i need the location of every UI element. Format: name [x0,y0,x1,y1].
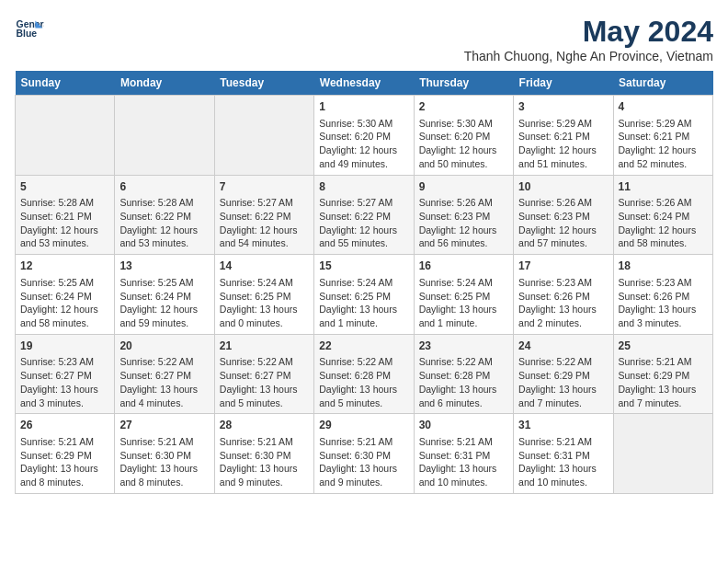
day-number: 15 [319,259,408,274]
day-info: Sunrise: 5:22 AM Sunset: 6:27 PM Dayligh… [119,355,209,409]
day-number: 5 [20,179,109,195]
day-number: 7 [220,179,309,195]
calendar-cell: 16Sunrise: 5:24 AM Sunset: 6:25 PM Dayli… [414,255,513,335]
day-number: 19 [20,339,109,354]
calendar-cell: 11Sunrise: 5:26 AM Sunset: 6:24 PM Dayli… [613,175,712,255]
calendar-cell: 25Sunrise: 5:21 AM Sunset: 6:29 PM Dayli… [613,334,712,414]
calendar-week-row: 19Sunrise: 5:23 AM Sunset: 6:27 PM Dayli… [16,334,713,414]
calendar-cell: 1Sunrise: 5:30 AM Sunset: 6:20 PM Daylig… [314,96,414,176]
weekday-header-friday: Friday [514,71,613,96]
calendar-cell: 31Sunrise: 5:21 AM Sunset: 6:31 PM Dayli… [514,414,613,494]
day-info: Sunrise: 5:22 AM Sunset: 6:28 PM Dayligh… [419,355,508,409]
day-number: 1 [319,99,408,115]
day-info: Sunrise: 5:24 AM Sunset: 6:25 PM Dayligh… [419,276,508,330]
calendar-cell: 28Sunrise: 5:21 AM Sunset: 6:30 PM Dayli… [214,414,313,494]
weekday-header-thursday: Thursday [414,71,513,96]
day-number: 30 [419,418,508,433]
day-info: Sunrise: 5:25 AM Sunset: 6:24 PM Dayligh… [20,276,109,330]
day-info: Sunrise: 5:26 AM Sunset: 6:24 PM Dayligh… [619,196,708,250]
calendar-cell: 8Sunrise: 5:27 AM Sunset: 6:22 PM Daylig… [314,175,414,255]
calendar-table: SundayMondayTuesdayWednesdayThursdayFrid… [15,71,713,494]
day-number: 20 [119,339,209,354]
calendar-cell: 20Sunrise: 5:22 AM Sunset: 6:27 PM Dayli… [115,334,214,414]
day-number: 22 [319,339,408,354]
calendar-cell [115,96,214,176]
day-number: 24 [518,339,608,354]
calendar-cell: 23Sunrise: 5:22 AM Sunset: 6:28 PM Dayli… [414,334,513,414]
day-number: 8 [319,179,408,195]
calendar-cell: 7Sunrise: 5:27 AM Sunset: 6:22 PM Daylig… [214,175,313,255]
day-number: 18 [619,259,708,274]
day-number: 28 [220,418,309,433]
day-number: 27 [119,418,209,433]
calendar-subtitle: Thanh Chuong, Nghe An Province, Vietnam [464,49,713,63]
day-info: Sunrise: 5:27 AM Sunset: 6:22 PM Dayligh… [319,196,408,250]
calendar-cell: 13Sunrise: 5:25 AM Sunset: 6:24 PM Dayli… [115,255,214,335]
day-number: 16 [419,259,508,274]
calendar-cell: 10Sunrise: 5:26 AM Sunset: 6:23 PM Dayli… [514,175,613,255]
calendar-cell: 21Sunrise: 5:22 AM Sunset: 6:27 PM Dayli… [214,334,313,414]
day-info: Sunrise: 5:24 AM Sunset: 6:25 PM Dayligh… [319,276,408,330]
title-section: May 2024 Thanh Chuong, Nghe An Province,… [464,15,713,63]
day-info: Sunrise: 5:22 AM Sunset: 6:29 PM Dayligh… [518,355,608,409]
calendar-cell: 3Sunrise: 5:29 AM Sunset: 6:21 PM Daylig… [514,96,613,176]
day-number: 29 [319,418,408,433]
day-number: 31 [518,418,608,433]
day-info: Sunrise: 5:27 AM Sunset: 6:22 PM Dayligh… [220,196,309,250]
calendar-week-row: 1Sunrise: 5:30 AM Sunset: 6:20 PM Daylig… [16,96,713,176]
day-number: 2 [419,99,508,115]
day-info: Sunrise: 5:23 AM Sunset: 6:27 PM Dayligh… [20,355,109,409]
calendar-cell: 30Sunrise: 5:21 AM Sunset: 6:31 PM Dayli… [414,414,513,494]
day-number: 10 [518,179,608,195]
calendar-cell: 17Sunrise: 5:23 AM Sunset: 6:26 PM Dayli… [514,255,613,335]
day-number: 4 [619,99,708,115]
calendar-cell: 6Sunrise: 5:28 AM Sunset: 6:22 PM Daylig… [115,175,214,255]
logo: General Blue [15,15,44,44]
weekday-header-row: SundayMondayTuesdayWednesdayThursdayFrid… [16,71,713,96]
calendar-cell: 19Sunrise: 5:23 AM Sunset: 6:27 PM Dayli… [16,334,115,414]
calendar-cell: 2Sunrise: 5:30 AM Sunset: 6:20 PM Daylig… [414,96,513,176]
calendar-title: May 2024 [464,15,713,49]
day-number: 25 [619,339,708,354]
day-number: 23 [419,339,508,354]
calendar-cell [16,96,115,176]
calendar-week-row: 26Sunrise: 5:21 AM Sunset: 6:29 PM Dayli… [16,414,713,494]
day-info: Sunrise: 5:22 AM Sunset: 6:27 PM Dayligh… [220,355,309,409]
calendar-cell [613,414,712,494]
day-number: 17 [518,259,608,274]
day-number: 26 [20,418,109,433]
day-number: 3 [518,99,608,115]
day-info: Sunrise: 5:24 AM Sunset: 6:25 PM Dayligh… [220,276,309,330]
day-info: Sunrise: 5:23 AM Sunset: 6:26 PM Dayligh… [518,276,608,330]
weekday-header-sunday: Sunday [16,71,115,96]
day-info: Sunrise: 5:26 AM Sunset: 6:23 PM Dayligh… [419,196,508,250]
calendar-cell: 5Sunrise: 5:28 AM Sunset: 6:21 PM Daylig… [16,175,115,255]
weekday-header-wednesday: Wednesday [314,71,414,96]
day-info: Sunrise: 5:25 AM Sunset: 6:24 PM Dayligh… [119,276,209,330]
header: General Blue May 2024 Thanh Chuong, Nghe… [15,15,713,63]
day-number: 14 [220,259,309,274]
day-number: 21 [220,339,309,354]
day-info: Sunrise: 5:21 AM Sunset: 6:31 PM Dayligh… [419,435,508,489]
svg-text:Blue: Blue [17,29,38,39]
day-info: Sunrise: 5:21 AM Sunset: 6:30 PM Dayligh… [119,435,209,489]
day-info: Sunrise: 5:29 AM Sunset: 6:21 PM Dayligh… [619,117,708,171]
calendar-week-row: 12Sunrise: 5:25 AM Sunset: 6:24 PM Dayli… [16,255,713,335]
day-info: Sunrise: 5:28 AM Sunset: 6:22 PM Dayligh… [119,196,209,250]
calendar-cell: 26Sunrise: 5:21 AM Sunset: 6:29 PM Dayli… [16,414,115,494]
day-info: Sunrise: 5:28 AM Sunset: 6:21 PM Dayligh… [20,196,109,250]
calendar-cell: 22Sunrise: 5:22 AM Sunset: 6:28 PM Dayli… [314,334,414,414]
day-info: Sunrise: 5:29 AM Sunset: 6:21 PM Dayligh… [518,117,608,171]
calendar-cell: 27Sunrise: 5:21 AM Sunset: 6:30 PM Dayli… [115,414,214,494]
day-info: Sunrise: 5:21 AM Sunset: 6:29 PM Dayligh… [20,435,109,489]
day-number: 6 [119,179,209,195]
logo-icon: General Blue [15,15,44,44]
day-info: Sunrise: 5:21 AM Sunset: 6:30 PM Dayligh… [319,435,408,489]
calendar-cell [214,96,313,176]
calendar-week-row: 5Sunrise: 5:28 AM Sunset: 6:21 PM Daylig… [16,175,713,255]
calendar-cell: 15Sunrise: 5:24 AM Sunset: 6:25 PM Dayli… [314,255,414,335]
day-info: Sunrise: 5:30 AM Sunset: 6:20 PM Dayligh… [419,117,508,171]
day-number: 9 [419,179,508,195]
day-info: Sunrise: 5:23 AM Sunset: 6:26 PM Dayligh… [619,276,708,330]
day-number: 13 [119,259,209,274]
